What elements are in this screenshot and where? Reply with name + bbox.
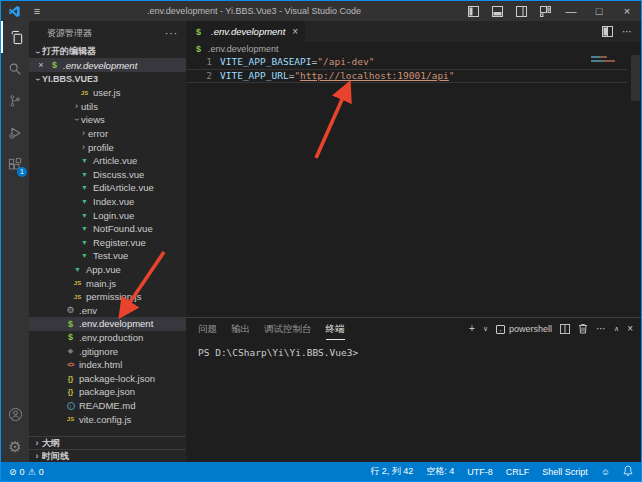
- warnings-count: 0: [39, 467, 44, 477]
- timeline-label: 时间线: [42, 450, 69, 463]
- panel-tab-output[interactable]: 输出: [231, 318, 250, 340]
- toggle-secondary-sidebar-icon[interactable]: [509, 1, 533, 21]
- close-panel-icon[interactable]: ×: [627, 324, 633, 334]
- tree-item[interactable]: <>index.html: [29, 358, 186, 372]
- tab-close-icon[interactable]: ×: [292, 26, 298, 37]
- tree-item[interactable]: $.env.production: [29, 331, 186, 345]
- tree-item[interactable]: ▼Discuss.vue: [29, 168, 186, 182]
- tree-item[interactable]: JSvite.config.js: [29, 412, 186, 426]
- panel-more-actions-icon[interactable]: ⋯: [596, 324, 606, 334]
- panel-tab-debug-console[interactable]: 调试控制台: [264, 318, 312, 340]
- tree-item-label: profile: [88, 142, 114, 153]
- shell-label[interactable]: powershell: [509, 324, 552, 334]
- tree-item-label: .env: [79, 305, 97, 316]
- tree-item-label: index.html: [79, 359, 122, 370]
- tree-item-label: views: [81, 114, 105, 125]
- json-file-icon: {}: [65, 388, 76, 395]
- project-section-header[interactable]: › YI.BBS.VUE3: [29, 72, 186, 86]
- bottom-panel: 问题 输出 调试控制台 终端 + ∨ › powershell: [186, 317, 641, 462]
- terminal-dropdown-icon[interactable]: ∨: [483, 324, 488, 334]
- extensions-icon[interactable]: 1: [1, 149, 29, 181]
- account-icon[interactable]: [1, 398, 29, 430]
- cursor-position[interactable]: 行 2, 列 42: [370, 465, 413, 478]
- breadcrumb[interactable]: $ .env.development: [186, 42, 641, 55]
- tree-item[interactable]: ▼Article.vue: [29, 154, 186, 168]
- run-debug-icon[interactable]: [1, 117, 29, 149]
- tree-item[interactable]: {}package-lock.json: [29, 371, 186, 385]
- indentation[interactable]: 空格: 4: [426, 465, 454, 478]
- tree-item[interactable]: ▼App.vue: [29, 263, 186, 277]
- tree-item[interactable]: ⚙.env: [29, 304, 186, 318]
- maximize-panel-icon[interactable]: ∧: [614, 324, 619, 334]
- close-button[interactable]: ×: [613, 1, 641, 21]
- eol-sequence[interactable]: CRLF: [506, 467, 530, 477]
- tree-item-label: README.md: [79, 400, 135, 411]
- notifications-bell-icon[interactable]: [623, 465, 633, 478]
- feedback-icon[interactable]: ☺: [601, 467, 610, 477]
- code-editor[interactable]: 1 VITE_APP_BASEAPI="/api-dev" 2 VITE_APP…: [186, 55, 641, 317]
- panel-tab-problems[interactable]: 问题: [198, 318, 217, 340]
- new-terminal-icon[interactable]: +: [469, 324, 475, 334]
- panel-tab-terminal[interactable]: 终端: [326, 318, 345, 340]
- views-more-actions-icon[interactable]: ···: [165, 28, 178, 39]
- tree-item[interactable]: JSuser.js: [29, 86, 186, 100]
- minimap[interactable]: [591, 56, 617, 64]
- activity-bar: 1 ⚙: [1, 21, 29, 462]
- timeline-section-header[interactable]: › 时间线: [29, 449, 186, 462]
- toggle-sidebar-icon[interactable]: [461, 1, 485, 21]
- env-file-icon: $: [65, 319, 76, 329]
- minimize-button[interactable]: —: [557, 1, 585, 21]
- maximize-button[interactable]: □: [585, 1, 613, 21]
- tree-item[interactable]: ▼EditArticle.vue: [29, 181, 186, 195]
- open-editor-item[interactable]: × $ .env.development: [29, 58, 186, 72]
- terminal-content[interactable]: PS D:\CSharp\Yi\Yi.BBS.Vue3>: [186, 340, 641, 462]
- vscode-window: ≡ .env.development - Yi.BBS.Vue3 - Visua…: [0, 0, 642, 482]
- chevron-down-icon: ›: [72, 115, 81, 124]
- tree-item-label: .env.production: [79, 332, 143, 343]
- tab-bar: $ .env.development × ⋯: [186, 21, 641, 42]
- chevron-down-icon: ›: [33, 51, 42, 54]
- tree-item[interactable]: JSmain.js: [29, 276, 186, 290]
- language-mode[interactable]: Shell Script: [542, 467, 588, 477]
- url-link[interactable]: http://localhost:19001/api: [300, 70, 449, 81]
- close-editor-icon[interactable]: ×: [35, 60, 47, 70]
- tree-item[interactable]: ›error: [29, 127, 186, 141]
- vue-file-icon: ▼: [79, 171, 90, 178]
- encoding[interactable]: UTF-8: [467, 467, 493, 477]
- minimap-line: [591, 60, 615, 62]
- settings-gear-icon[interactable]: ⚙: [1, 430, 29, 462]
- tree-item[interactable]: ◆.gitignore: [29, 344, 186, 358]
- search-icon[interactable]: [1, 53, 29, 85]
- js-file-icon: JS: [79, 90, 90, 96]
- tree-item[interactable]: ▼Test.vue: [29, 249, 186, 263]
- tree-item[interactable]: JSpermission.js: [29, 290, 186, 304]
- tree-item[interactable]: $.env.development: [29, 317, 186, 331]
- env-key: VITE_APP_URL: [220, 70, 289, 81]
- kill-terminal-icon[interactable]: [578, 320, 588, 338]
- explorer-icon[interactable]: [1, 21, 29, 53]
- tree-item[interactable]: ▼Index.vue: [29, 195, 186, 209]
- tree-item[interactable]: ›utils: [29, 100, 186, 114]
- problems-status[interactable]: ⊘ 0 ⚠ 0: [9, 467, 44, 477]
- tree-item[interactable]: ›views: [29, 113, 186, 127]
- split-editor-icon[interactable]: [602, 23, 613, 41]
- split-terminal-icon[interactable]: [560, 320, 570, 338]
- chevron-right-icon: ›: [79, 143, 88, 152]
- tree-item[interactable]: ›profile: [29, 140, 186, 154]
- outline-section-header[interactable]: › 大纲: [29, 436, 186, 449]
- tab-env-development[interactable]: $ .env.development ×: [186, 21, 305, 42]
- open-editors-section-header[interactable]: › 打开的编辑器: [29, 45, 186, 58]
- tree-item[interactable]: ▼Login.vue: [29, 208, 186, 222]
- menu-icon[interactable]: ≡: [27, 5, 47, 17]
- tree-item[interactable]: {}package.json: [29, 385, 186, 399]
- tree-item[interactable]: iREADME.md: [29, 399, 186, 413]
- editor-scrollbar[interactable]: [631, 55, 640, 101]
- tree-item[interactable]: ▼Register.vue: [29, 236, 186, 250]
- tree-item[interactable]: ▼NotFound.vue: [29, 222, 186, 236]
- editor-more-actions-icon[interactable]: ⋯: [622, 26, 632, 37]
- tree-item-label: Index.vue: [93, 196, 134, 207]
- tree-item-label: Test.vue: [93, 250, 128, 261]
- toggle-panel-icon[interactable]: [485, 1, 509, 21]
- customize-layout-icon[interactable]: [533, 1, 557, 21]
- source-control-icon[interactable]: [1, 85, 29, 117]
